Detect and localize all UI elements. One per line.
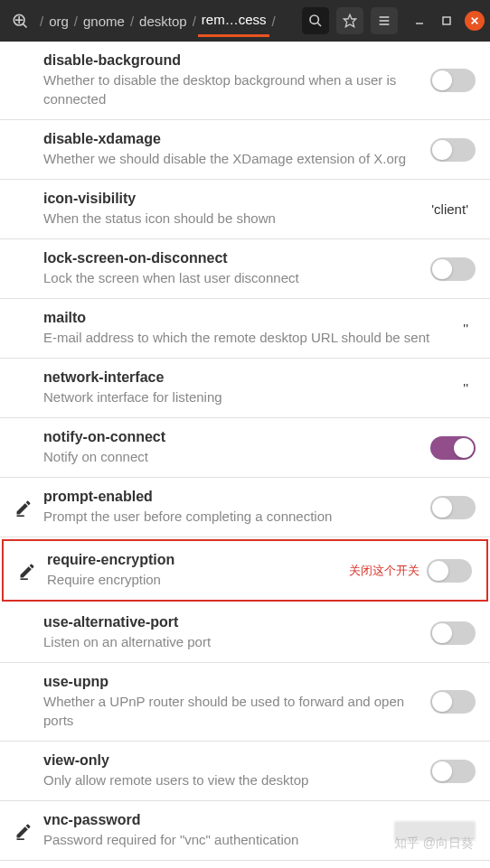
setting-description: Only allow remote users to view the desk… xyxy=(43,770,427,789)
setting-text: disable-xdamageWhether we should disable… xyxy=(40,131,430,168)
setting-description: Notify on connect xyxy=(43,447,427,466)
setting-title: use-upnp xyxy=(43,674,427,690)
setting-description: Whether we should disable the XDamage ex… xyxy=(43,149,427,168)
setting-title: icon-visibility xyxy=(43,191,409,207)
window-controls xyxy=(410,11,485,31)
toggle-use-upnp[interactable] xyxy=(430,690,476,714)
setting-description: Whether a UPnP router should be used to … xyxy=(43,692,427,730)
toggle-prompt-enabled[interactable] xyxy=(430,496,476,519)
setting-row-disable-background[interactable]: disable-backgroundWhether to disable the… xyxy=(0,42,490,120)
setting-value: '' xyxy=(457,321,476,336)
breadcrumb-sep: / xyxy=(193,14,196,29)
setting-title: mailto xyxy=(43,310,454,326)
watermark: 知乎 @向日葵 xyxy=(394,835,474,852)
setting-row-icon-visibility[interactable]: icon-visibilityWhen the status icon shou… xyxy=(0,180,490,239)
edit-icon xyxy=(7,499,40,517)
breadcrumb-sep: / xyxy=(271,14,275,29)
setting-row-view-only[interactable]: view-onlyOnly allow remote users to view… xyxy=(0,742,490,801)
setting-description: Prompt the user before completing a conn… xyxy=(43,507,427,526)
setting-row-use-upnp[interactable]: use-upnpWhether a UPnP router should be … xyxy=(0,663,490,742)
setting-description: Network interface for listening xyxy=(43,387,454,406)
edit-icon xyxy=(7,822,40,840)
svg-marker-6 xyxy=(344,14,355,26)
setting-description: Whether to disable the desktop backgroun… xyxy=(43,70,427,108)
search-button[interactable] xyxy=(302,7,329,34)
app-icon xyxy=(9,10,31,32)
setting-title: vnc-password xyxy=(43,812,391,828)
setting-text: network-interfaceNetwork interface for l… xyxy=(40,369,457,406)
setting-row-use-alternative-port[interactable]: use-alternative-portListen on an alterna… xyxy=(0,603,490,663)
svg-line-1 xyxy=(23,23,26,27)
toggle-view-only[interactable] xyxy=(430,760,476,783)
setting-row-mailto[interactable]: mailtoE-mail address to which the remote… xyxy=(0,299,490,359)
setting-text: use-upnpWhether a UPnP router should be … xyxy=(40,674,430,730)
edit-icon xyxy=(11,562,43,580)
setting-description: Lock the screen when last user disconnec… xyxy=(43,268,427,287)
setting-title: network-interface xyxy=(43,369,454,386)
breadcrumb-sep: / xyxy=(130,14,134,29)
toggle-disable-xdamage[interactable] xyxy=(430,138,476,162)
setting-row-require-encryption[interactable]: require-encryptionRequire encryption关闭这个… xyxy=(2,539,488,602)
setting-title: prompt-enabled xyxy=(43,489,427,505)
setting-text: vnc-passwordPassword required for "vnc" … xyxy=(40,812,394,849)
setting-description: Listen on an alternative port xyxy=(43,632,427,651)
breadcrumb-sep: / xyxy=(40,14,43,29)
setting-title: require-encryption xyxy=(47,552,338,568)
breadcrumb-org[interactable]: org xyxy=(45,6,72,36)
setting-text: disable-backgroundWhether to disable the… xyxy=(40,52,430,108)
setting-text: use-alternative-portListen on an alterna… xyxy=(40,614,430,651)
breadcrumb-sep: / xyxy=(74,14,78,29)
setting-value: '' xyxy=(457,380,476,396)
setting-title: disable-background xyxy=(43,52,427,69)
breadcrumb: / org / gnome / desktop / rem…cess / xyxy=(38,5,297,37)
settings-list[interactable]: disable-backgroundWhether to disable the… xyxy=(0,42,490,868)
setting-row-disable-xdamage[interactable]: disable-xdamageWhether we should disable… xyxy=(0,120,490,180)
setting-row-network-interface[interactable]: network-interfaceNetwork interface for l… xyxy=(0,359,490,418)
setting-title: disable-xdamage xyxy=(43,131,427,147)
setting-value: 'client' xyxy=(412,201,476,217)
breadcrumb-gnome[interactable]: gnome xyxy=(80,6,128,36)
breadcrumb-remote-access[interactable]: rem…cess xyxy=(198,5,270,37)
setting-row-vnc-password[interactable]: vnc-passwordPassword required for "vnc" … xyxy=(0,801,490,861)
setting-text: lock-screen-on-disconnectLock the screen… xyxy=(40,250,430,287)
setting-title: use-alternative-port xyxy=(43,614,427,630)
setting-row-notify-on-connect[interactable]: notify-on-connectNotify on connect xyxy=(0,418,490,478)
maximize-button[interactable] xyxy=(438,12,456,30)
setting-description: Password required for "vnc" authenticati… xyxy=(43,830,391,849)
setting-title: lock-screen-on-disconnect xyxy=(43,250,427,266)
setting-title: view-only xyxy=(43,752,427,769)
toggle-notify-on-connect[interactable] xyxy=(430,436,476,460)
setting-text: icon-visibilityWhen the status icon shou… xyxy=(40,191,412,228)
toggle-disable-background[interactable] xyxy=(430,69,476,92)
bookmark-button[interactable] xyxy=(336,7,363,34)
setting-row-prompt-enabled[interactable]: prompt-enabledPrompt the user before com… xyxy=(0,478,490,537)
toggle-lock-screen-on-disconnect[interactable] xyxy=(430,257,476,281)
setting-text: require-encryptionRequire encryption xyxy=(43,552,342,589)
setting-row-lock-screen-on-disconnect[interactable]: lock-screen-on-disconnectLock the screen… xyxy=(0,239,490,299)
toggle-require-encryption[interactable] xyxy=(427,559,472,583)
setting-text: prompt-enabledPrompt the user before com… xyxy=(40,489,430,526)
setting-description: E-mail address to which the remote deskt… xyxy=(43,328,454,347)
menu-button[interactable] xyxy=(371,7,398,34)
svg-line-5 xyxy=(317,23,321,26)
setting-text: mailtoE-mail address to which the remote… xyxy=(40,310,457,347)
svg-rect-11 xyxy=(443,17,450,24)
annotation-label: 关闭这个开关 xyxy=(342,563,427,579)
setting-text: view-onlyOnly allow remote users to view… xyxy=(40,752,430,789)
breadcrumb-desktop[interactable]: desktop xyxy=(136,6,191,36)
setting-text: notify-on-connectNotify on connect xyxy=(40,429,430,466)
setting-title: notify-on-connect xyxy=(43,429,427,445)
svg-point-4 xyxy=(310,15,318,23)
titlebar: / org / gnome / desktop / rem…cess / xyxy=(0,0,490,42)
toggle-use-alternative-port[interactable] xyxy=(430,621,476,645)
setting-description: Require encryption xyxy=(47,570,338,589)
minimize-button[interactable] xyxy=(410,12,429,30)
close-button[interactable] xyxy=(465,11,485,31)
setting-description: When the status icon should be shown xyxy=(43,209,409,228)
